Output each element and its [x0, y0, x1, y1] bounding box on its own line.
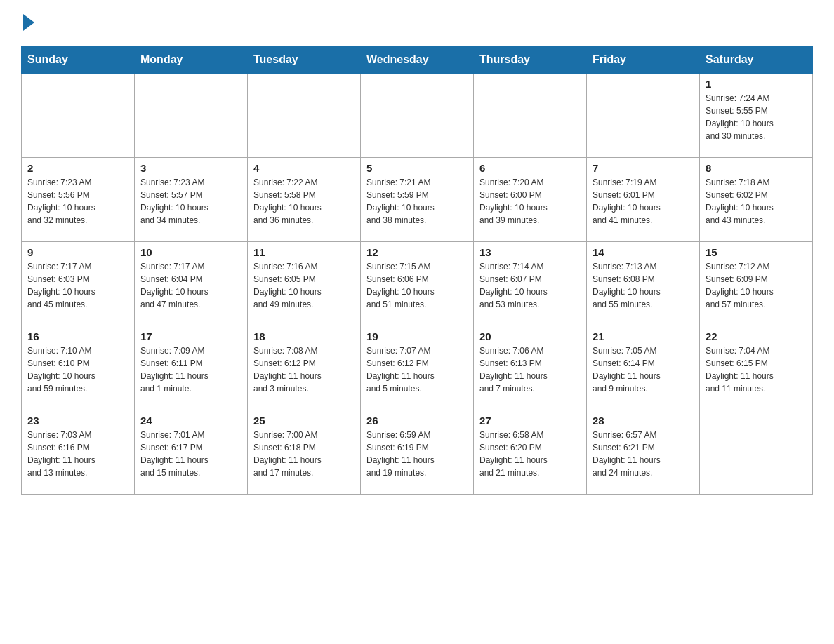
day-info: Sunrise: 7:18 AM Sunset: 6:02 PM Dayligh… [706, 176, 807, 227]
day-number: 5 [366, 162, 468, 174]
day-info: Sunrise: 7:21 AM Sunset: 5:59 PM Dayligh… [366, 176, 468, 227]
day-number: 12 [366, 246, 468, 258]
day-info: Sunrise: 7:17 AM Sunset: 6:03 PM Dayligh… [27, 260, 128, 311]
day-number: 20 [479, 330, 581, 342]
header-wednesday: Wednesday [361, 46, 474, 74]
calendar-cell: 12Sunrise: 7:15 AM Sunset: 6:06 PM Dayli… [361, 242, 474, 326]
day-info: Sunrise: 7:00 AM Sunset: 6:18 PM Dayligh… [253, 429, 355, 479]
header-friday: Friday [587, 46, 700, 74]
calendar-table: SundayMondayTuesdayWednesdayThursdayFrid… [21, 46, 813, 495]
day-info: Sunrise: 7:07 AM Sunset: 6:12 PM Dayligh… [366, 344, 468, 395]
day-info: Sunrise: 6:58 AM Sunset: 6:20 PM Dayligh… [479, 429, 581, 479]
calendar-cell: 14Sunrise: 7:13 AM Sunset: 6:08 PM Dayli… [587, 242, 700, 326]
calendar-cell: 6Sunrise: 7:20 AM Sunset: 6:00 PM Daylig… [474, 158, 587, 242]
calendar-cell: 3Sunrise: 7:23 AM Sunset: 5:57 PM Daylig… [135, 158, 248, 242]
calendar-cell: 10Sunrise: 7:17 AM Sunset: 6:04 PM Dayli… [135, 242, 248, 326]
header-monday: Monday [135, 46, 248, 74]
calendar-cell: 21Sunrise: 7:05 AM Sunset: 6:14 PM Dayli… [587, 326, 700, 410]
calendar-cell: 20Sunrise: 7:06 AM Sunset: 6:13 PM Dayli… [474, 326, 587, 410]
day-info: Sunrise: 7:01 AM Sunset: 6:17 PM Dayligh… [140, 429, 241, 479]
day-number: 27 [479, 415, 581, 427]
calendar-cell: 25Sunrise: 7:00 AM Sunset: 6:18 PM Dayli… [248, 410, 361, 495]
day-number: 24 [140, 415, 241, 427]
day-info: Sunrise: 7:05 AM Sunset: 6:14 PM Dayligh… [593, 344, 694, 395]
day-number: 21 [593, 330, 694, 342]
calendar-cell [361, 74, 474, 158]
day-info: Sunrise: 7:09 AM Sunset: 6:11 PM Dayligh… [140, 344, 241, 395]
day-number: 26 [366, 415, 468, 427]
calendar-cell [135, 74, 248, 158]
day-number: 4 [253, 162, 355, 174]
calendar-week-5: 23Sunrise: 7:03 AM Sunset: 6:16 PM Dayli… [22, 410, 813, 495]
calendar-cell: 24Sunrise: 7:01 AM Sunset: 6:17 PM Dayli… [135, 410, 248, 495]
day-info: Sunrise: 7:20 AM Sunset: 6:00 PM Dayligh… [479, 176, 581, 227]
calendar-cell: 28Sunrise: 6:57 AM Sunset: 6:21 PM Dayli… [587, 410, 700, 495]
day-number: 9 [27, 246, 128, 258]
day-info: Sunrise: 7:15 AM Sunset: 6:06 PM Dayligh… [366, 260, 468, 311]
day-number: 16 [27, 330, 128, 342]
day-number: 6 [479, 162, 581, 174]
page-header [21, 14, 813, 34]
day-info: Sunrise: 7:17 AM Sunset: 6:04 PM Dayligh… [140, 260, 241, 311]
calendar-cell: 18Sunrise: 7:08 AM Sunset: 6:12 PM Dayli… [248, 326, 361, 410]
calendar-cell: 2Sunrise: 7:23 AM Sunset: 5:56 PM Daylig… [22, 158, 135, 242]
calendar-cell: 4Sunrise: 7:22 AM Sunset: 5:58 PM Daylig… [248, 158, 361, 242]
day-number: 28 [593, 415, 694, 427]
calendar-cell: 16Sunrise: 7:10 AM Sunset: 6:10 PM Dayli… [22, 326, 135, 410]
day-number: 10 [140, 246, 241, 258]
day-info: Sunrise: 7:13 AM Sunset: 6:08 PM Dayligh… [593, 260, 694, 311]
day-info: Sunrise: 7:08 AM Sunset: 6:12 PM Dayligh… [253, 344, 355, 395]
calendar-cell: 17Sunrise: 7:09 AM Sunset: 6:11 PM Dayli… [135, 326, 248, 410]
day-info: Sunrise: 7:19 AM Sunset: 6:01 PM Dayligh… [593, 176, 694, 227]
day-number: 18 [253, 330, 355, 342]
calendar-header-row: SundayMondayTuesdayWednesdayThursdayFrid… [22, 46, 813, 74]
day-number: 13 [479, 246, 581, 258]
day-info: Sunrise: 7:04 AM Sunset: 6:15 PM Dayligh… [706, 344, 807, 395]
day-info: Sunrise: 7:24 AM Sunset: 5:55 PM Dayligh… [706, 92, 807, 142]
day-number: 11 [253, 246, 355, 258]
day-info: Sunrise: 7:06 AM Sunset: 6:13 PM Dayligh… [479, 344, 581, 395]
day-number: 3 [140, 162, 241, 174]
day-info: Sunrise: 7:12 AM Sunset: 6:09 PM Dayligh… [706, 260, 807, 311]
day-info: Sunrise: 6:57 AM Sunset: 6:21 PM Dayligh… [593, 429, 694, 479]
day-number: 22 [706, 330, 807, 342]
day-number: 1 [706, 78, 807, 90]
calendar-cell: 5Sunrise: 7:21 AM Sunset: 5:59 PM Daylig… [361, 158, 474, 242]
day-info: Sunrise: 7:23 AM Sunset: 5:57 PM Dayligh… [140, 176, 241, 227]
calendar-cell [248, 74, 361, 158]
header-thursday: Thursday [474, 46, 587, 74]
day-number: 14 [593, 246, 694, 258]
day-number: 19 [366, 330, 468, 342]
day-number: 7 [593, 162, 694, 174]
calendar-cell [474, 74, 587, 158]
day-number: 25 [253, 415, 355, 427]
day-number: 15 [706, 246, 807, 258]
calendar-cell: 11Sunrise: 7:16 AM Sunset: 6:05 PM Dayli… [248, 242, 361, 326]
day-number: 17 [140, 330, 241, 342]
day-info: Sunrise: 7:14 AM Sunset: 6:07 PM Dayligh… [479, 260, 581, 311]
calendar-week-2: 2Sunrise: 7:23 AM Sunset: 5:56 PM Daylig… [22, 158, 813, 242]
calendar-cell: 7Sunrise: 7:19 AM Sunset: 6:01 PM Daylig… [587, 158, 700, 242]
calendar-cell [22, 74, 135, 158]
calendar-cell: 8Sunrise: 7:18 AM Sunset: 6:02 PM Daylig… [700, 158, 813, 242]
calendar-week-1: 1Sunrise: 7:24 AM Sunset: 5:55 PM Daylig… [22, 74, 813, 158]
header-sunday: Sunday [22, 46, 135, 74]
calendar-cell: 1Sunrise: 7:24 AM Sunset: 5:55 PM Daylig… [700, 74, 813, 158]
calendar-cell: 9Sunrise: 7:17 AM Sunset: 6:03 PM Daylig… [22, 242, 135, 326]
calendar-cell: 13Sunrise: 7:14 AM Sunset: 6:07 PM Dayli… [474, 242, 587, 326]
calendar-week-4: 16Sunrise: 7:10 AM Sunset: 6:10 PM Dayli… [22, 326, 813, 410]
day-info: Sunrise: 7:03 AM Sunset: 6:16 PM Dayligh… [27, 429, 128, 479]
calendar-cell [587, 74, 700, 158]
calendar-cell: 23Sunrise: 7:03 AM Sunset: 6:16 PM Dayli… [22, 410, 135, 495]
calendar-cell: 15Sunrise: 7:12 AM Sunset: 6:09 PM Dayli… [700, 242, 813, 326]
day-number: 23 [27, 415, 128, 427]
calendar-cell: 27Sunrise: 6:58 AM Sunset: 6:20 PM Dayli… [474, 410, 587, 495]
day-info: Sunrise: 7:22 AM Sunset: 5:58 PM Dayligh… [253, 176, 355, 227]
header-saturday: Saturday [700, 46, 813, 74]
logo [21, 14, 34, 34]
calendar-cell: 19Sunrise: 7:07 AM Sunset: 6:12 PM Dayli… [361, 326, 474, 410]
calendar-cell [700, 410, 813, 495]
day-info: Sunrise: 7:16 AM Sunset: 6:05 PM Dayligh… [253, 260, 355, 311]
day-number: 2 [27, 162, 128, 174]
day-info: Sunrise: 7:10 AM Sunset: 6:10 PM Dayligh… [27, 344, 128, 395]
